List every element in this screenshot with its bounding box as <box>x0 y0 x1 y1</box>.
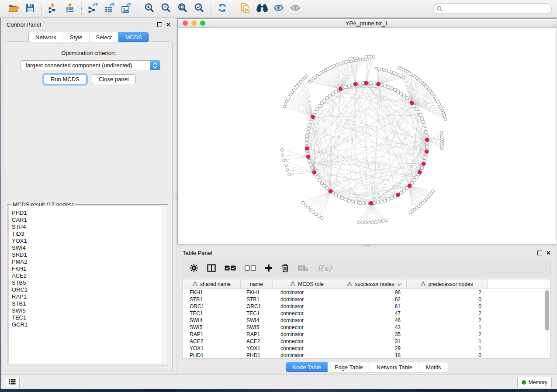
network-node[interactable] <box>365 202 369 205</box>
export-network-button[interactable] <box>85 2 101 16</box>
network-node[interactable] <box>402 94 406 97</box>
network-node[interactable] <box>417 110 420 114</box>
mcds-result-item[interactable]: YOX1 <box>12 237 166 244</box>
network-node[interactable] <box>316 175 319 179</box>
network-node[interactable] <box>362 202 365 205</box>
memory-button[interactable]: Memory <box>517 377 552 388</box>
network-node[interactable] <box>318 104 321 108</box>
network-node[interactable] <box>301 201 304 204</box>
network-node[interactable] <box>372 55 375 58</box>
network-node[interactable] <box>316 107 319 111</box>
zoom-window-traffic-light[interactable] <box>200 21 205 26</box>
network-node[interactable] <box>357 221 360 224</box>
mcds-node[interactable] <box>418 171 422 175</box>
network-node[interactable] <box>413 104 416 108</box>
network-node[interactable] <box>344 198 347 201</box>
network-node[interactable] <box>402 76 405 79</box>
tab-mcds[interactable]: MCDS <box>118 32 149 42</box>
network-node[interactable] <box>320 102 324 105</box>
network-node[interactable] <box>358 82 361 85</box>
mcds-result-item[interactable]: ACE2 <box>12 272 166 279</box>
table-row[interactable]: RAP1RAP1dominator352 <box>183 331 550 338</box>
network-node[interactable] <box>371 221 374 224</box>
network-node[interactable] <box>409 211 412 214</box>
mcds-node[interactable] <box>306 155 310 159</box>
mcds-result-item[interactable]: SWI5 <box>12 307 166 314</box>
close-panel-button[interactable]: Close panel <box>92 74 136 84</box>
minimize-window-traffic-light[interactable] <box>191 21 197 26</box>
column-header-predecessor-nodes[interactable]: predecessor nodes <box>407 279 488 289</box>
table-row[interactable]: STB1STB1dominator620 <box>183 296 550 303</box>
network-node[interactable] <box>385 219 388 222</box>
network-node[interactable] <box>367 221 370 224</box>
network-node[interactable] <box>387 198 390 201</box>
network-node[interactable] <box>310 166 314 170</box>
import-table-button[interactable] <box>62 2 78 16</box>
network-node[interactable] <box>426 145 429 148</box>
network-node[interactable] <box>373 82 376 85</box>
mcds-result-list[interactable]: PHD1CAR1STP4TID3YOX1SWI4SRD1PMA2FKH1ACE2… <box>8 206 167 364</box>
mcds-node[interactable] <box>408 184 412 188</box>
network-node[interactable] <box>383 199 387 203</box>
mcds-node[interactable] <box>353 82 357 86</box>
mcds-result-item[interactable]: PHD1 <box>12 210 166 217</box>
mcds-result-item[interactable]: RAP1 <box>12 293 166 300</box>
network-node[interactable] <box>325 186 329 190</box>
network-node[interactable] <box>334 90 338 93</box>
network-node[interactable] <box>286 168 289 172</box>
network-canvas[interactable] <box>178 28 556 244</box>
close-panel-icon[interactable]: ✕ <box>166 23 171 27</box>
mcds-node[interactable] <box>396 193 400 197</box>
column-header-successor-nodes[interactable]: successor nodes <box>342 279 407 289</box>
mcds-node[interactable] <box>364 81 368 85</box>
mcds-result-item[interactable]: TID3 <box>12 230 166 237</box>
network-node[interactable] <box>425 131 428 134</box>
mcds-node[interactable] <box>422 162 426 166</box>
network-node[interactable] <box>309 163 312 166</box>
mcds-node[interactable] <box>339 87 343 91</box>
network-node[interactable] <box>340 196 344 200</box>
network-window-titlebar[interactable]: YPA_prune.txt_1 <box>178 19 556 28</box>
network-node[interactable] <box>383 84 387 87</box>
network-node[interactable] <box>374 221 377 224</box>
deselect-all-checkboxes-icon[interactable] <box>245 265 256 271</box>
network-node[interactable] <box>347 199 351 203</box>
network-node[interactable] <box>358 201 361 205</box>
network-node[interactable] <box>304 204 307 207</box>
network-node[interactable] <box>364 221 367 224</box>
mcds-result-item[interactable]: ORC1 <box>12 286 166 293</box>
import-network-button[interactable] <box>45 2 62 16</box>
settings-gear-icon[interactable] <box>190 264 198 272</box>
column-header-MCDS-role[interactable]: MCDS role <box>273 279 342 289</box>
network-node[interactable] <box>325 96 329 100</box>
table-row[interactable]: ORC1ORC1dominator610 <box>183 303 550 310</box>
network-node[interactable] <box>413 179 416 182</box>
export-image-button[interactable] <box>118 2 135 16</box>
zoom-fit-button[interactable] <box>174 2 191 16</box>
network-node[interactable] <box>314 110 317 114</box>
mcds-result-item[interactable]: TEC1 <box>12 314 166 321</box>
network-node[interactable] <box>376 201 380 204</box>
network-node[interactable] <box>307 127 310 131</box>
network-node[interactable] <box>425 134 429 138</box>
mcds-node[interactable] <box>369 201 373 205</box>
search-input[interactable] <box>433 3 552 14</box>
mcds-node[interactable] <box>410 101 414 105</box>
mcds-result-item[interactable]: CAR1 <box>12 217 166 224</box>
network-node[interactable] <box>344 85 347 89</box>
table-row[interactable]: FKH1FKH1dominator962 <box>183 289 550 296</box>
mcds-result-item[interactable]: GCR1 <box>12 321 166 328</box>
zoom-out-button[interactable] <box>158 2 174 16</box>
table-scrollbar-thumb[interactable] <box>545 290 549 330</box>
close-panel-icon[interactable]: ✕ <box>546 251 551 255</box>
table-row[interactable]: ACE2ACE2connector311 <box>183 338 550 345</box>
network-node[interactable] <box>396 90 400 93</box>
network-node[interactable] <box>393 88 397 92</box>
add-row-icon[interactable] <box>265 264 273 272</box>
network-node[interactable] <box>309 120 312 124</box>
network-node[interactable] <box>308 159 311 163</box>
table-row[interactable]: SWI4SWI4dominator462 <box>183 317 550 324</box>
tab-network-table[interactable]: Network Table <box>370 362 419 372</box>
open-file-button[interactable] <box>5 2 22 16</box>
network-node[interactable] <box>281 154 284 157</box>
